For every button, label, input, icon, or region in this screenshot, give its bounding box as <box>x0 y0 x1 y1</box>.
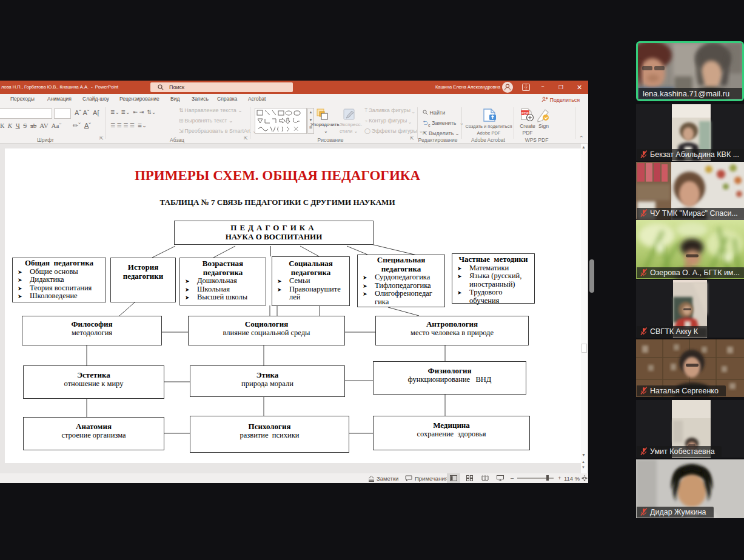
svg-text:PDF: PDF <box>521 112 529 115</box>
